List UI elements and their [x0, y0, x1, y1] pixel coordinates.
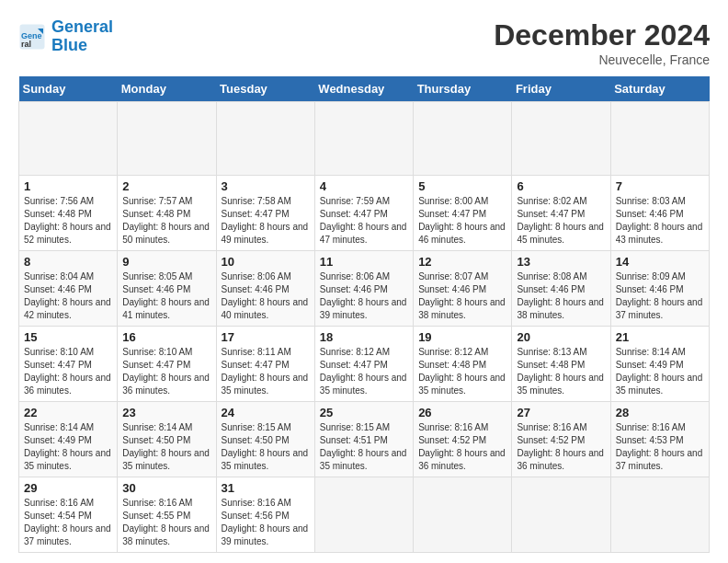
day-number: 6 [517, 179, 605, 193]
day-number: 27 [517, 406, 605, 419]
calendar-header-row: Sunday Monday Tuesday Wednesday Thursday… [19, 76, 710, 102]
day-info: Sunrise: 8:15 AMSunset: 4:50 PMDaylight:… [222, 422, 309, 471]
day-number: 16 [122, 330, 210, 344]
calendar-cell: 24 Sunrise: 8:15 AMSunset: 4:50 PMDaylig… [216, 402, 314, 477]
day-info: Sunrise: 7:56 AMSunset: 4:48 PMDaylight:… [24, 196, 111, 245]
calendar-cell: 27 Sunrise: 8:16 AMSunset: 4:52 PMDaylig… [512, 402, 610, 477]
calendar-cell: 3 Sunrise: 7:58 AMSunset: 4:47 PMDayligh… [216, 176, 314, 251]
calendar-cell: 7 Sunrise: 8:03 AMSunset: 4:46 PMDayligh… [610, 176, 709, 251]
calendar-cell: 9 Sunrise: 8:05 AMSunset: 4:46 PMDayligh… [118, 251, 216, 327]
calendar-body: 1 Sunrise: 7:56 AMSunset: 4:48 PMDayligh… [19, 102, 710, 553]
calendar-table: Sunday Monday Tuesday Wednesday Thursday… [18, 76, 710, 553]
calendar-row: 1 Sunrise: 7:56 AMSunset: 4:48 PMDayligh… [19, 176, 710, 251]
calendar-cell [314, 102, 413, 176]
day-number: 28 [616, 406, 704, 419]
calendar-cell [610, 477, 709, 553]
calendar-row: 8 Sunrise: 8:04 AMSunset: 4:46 PMDayligh… [19, 251, 710, 327]
day-info: Sunrise: 7:59 AMSunset: 4:47 PMDaylight:… [320, 196, 407, 245]
logo-line1: General [51, 17, 113, 36]
day-info: Sunrise: 8:06 AMSunset: 4:46 PMDaylight:… [320, 271, 407, 320]
calendar-cell: 4 Sunrise: 7:59 AMSunset: 4:47 PMDayligh… [314, 176, 413, 251]
calendar-cell [314, 477, 413, 553]
calendar-row: 22 Sunrise: 8:14 AMSunset: 4:49 PMDaylig… [19, 402, 710, 477]
day-info: Sunrise: 8:16 AMSunset: 4:52 PMDaylight:… [418, 422, 506, 471]
day-info: Sunrise: 8:16 AMSunset: 4:52 PMDaylight:… [517, 422, 604, 471]
day-info: Sunrise: 8:03 AMSunset: 4:46 PMDaylight:… [616, 196, 703, 245]
logo-icon: Gene ral [18, 23, 46, 51]
col-thursday: Thursday [414, 76, 512, 102]
col-sunday: Sunday [19, 76, 118, 102]
day-number: 9 [122, 255, 210, 269]
day-number: 8 [24, 255, 112, 269]
day-number: 22 [24, 406, 112, 419]
day-info: Sunrise: 8:16 AMSunset: 4:54 PMDaylight:… [24, 498, 111, 546]
calendar-cell: 10 Sunrise: 8:06 AMSunset: 4:46 PMDaylig… [216, 251, 314, 327]
calendar-cell [610, 102, 709, 176]
calendar-cell: 6 Sunrise: 8:02 AMSunset: 4:47 PMDayligh… [512, 176, 610, 251]
calendar-cell: 16 Sunrise: 8:10 AMSunset: 4:47 PMDaylig… [118, 327, 216, 402]
col-tuesday: Tuesday [216, 76, 314, 102]
day-info: Sunrise: 7:58 AMSunset: 4:47 PMDaylight:… [222, 196, 309, 245]
calendar-cell [512, 102, 610, 176]
calendar-row: 15 Sunrise: 8:10 AMSunset: 4:47 PMDaylig… [19, 327, 710, 402]
calendar-cell: 19 Sunrise: 8:12 AMSunset: 4:48 PMDaylig… [414, 327, 512, 402]
subtitle: Neuvecelle, France [494, 52, 710, 67]
calendar-cell: 26 Sunrise: 8:16 AMSunset: 4:52 PMDaylig… [414, 402, 512, 477]
day-info: Sunrise: 8:16 AMSunset: 4:55 PMDaylight:… [122, 498, 210, 546]
logo-line2: Blue [51, 36, 87, 54]
calendar-cell [19, 102, 118, 176]
day-info: Sunrise: 8:09 AMSunset: 4:46 PMDaylight:… [616, 271, 703, 320]
calendar-cell [414, 477, 512, 553]
day-number: 1 [24, 179, 112, 193]
day-info: Sunrise: 7:57 AMSunset: 4:48 PMDaylight:… [122, 196, 210, 245]
day-info: Sunrise: 8:16 AMSunset: 4:53 PMDaylight:… [616, 422, 703, 471]
day-number: 19 [418, 330, 506, 344]
day-info: Sunrise: 8:14 AMSunset: 4:49 PMDaylight:… [616, 347, 703, 396]
col-wednesday: Wednesday [314, 76, 413, 102]
calendar-cell: 22 Sunrise: 8:14 AMSunset: 4:49 PMDaylig… [19, 402, 118, 477]
day-info: Sunrise: 8:15 AMSunset: 4:51 PMDaylight:… [320, 422, 407, 471]
day-info: Sunrise: 8:13 AMSunset: 4:48 PMDaylight:… [517, 347, 604, 396]
day-info: Sunrise: 8:12 AMSunset: 4:48 PMDaylight:… [418, 347, 506, 396]
calendar-cell: 15 Sunrise: 8:10 AMSunset: 4:47 PMDaylig… [19, 327, 118, 402]
day-info: Sunrise: 8:02 AMSunset: 4:47 PMDaylight:… [517, 196, 604, 245]
day-number: 31 [222, 481, 310, 495]
calendar-cell: 30 Sunrise: 8:16 AMSunset: 4:55 PMDaylig… [118, 477, 216, 553]
calendar-cell: 11 Sunrise: 8:06 AMSunset: 4:46 PMDaylig… [314, 251, 413, 327]
day-number: 4 [320, 179, 408, 193]
day-number: 18 [320, 330, 408, 344]
day-info: Sunrise: 8:04 AMSunset: 4:46 PMDaylight:… [24, 271, 111, 320]
calendar-cell: 13 Sunrise: 8:08 AMSunset: 4:46 PMDaylig… [512, 251, 610, 327]
day-number: 2 [122, 179, 210, 193]
day-number: 3 [222, 179, 310, 193]
day-info: Sunrise: 8:11 AMSunset: 4:47 PMDaylight:… [222, 347, 309, 396]
calendar-cell: 21 Sunrise: 8:14 AMSunset: 4:49 PMDaylig… [610, 327, 709, 402]
calendar-cell: 12 Sunrise: 8:07 AMSunset: 4:46 PMDaylig… [414, 251, 512, 327]
calendar-cell: 29 Sunrise: 8:16 AMSunset: 4:54 PMDaylig… [19, 477, 118, 553]
day-number: 21 [616, 330, 704, 344]
calendar-cell [414, 102, 512, 176]
calendar-row: 29 Sunrise: 8:16 AMSunset: 4:54 PMDaylig… [19, 477, 710, 553]
calendar-cell: 14 Sunrise: 8:09 AMSunset: 4:46 PMDaylig… [610, 251, 709, 327]
calendar-cell: 23 Sunrise: 8:14 AMSunset: 4:50 PMDaylig… [118, 402, 216, 477]
calendar-cell: 25 Sunrise: 8:15 AMSunset: 4:51 PMDaylig… [314, 402, 413, 477]
col-saturday: Saturday [610, 76, 709, 102]
calendar-cell: 1 Sunrise: 7:56 AMSunset: 4:48 PMDayligh… [19, 176, 118, 251]
calendar-cell: 8 Sunrise: 8:04 AMSunset: 4:46 PMDayligh… [19, 251, 118, 327]
logo: Gene ral General Blue [18, 18, 113, 55]
day-number: 7 [616, 179, 704, 193]
day-number: 15 [24, 330, 112, 344]
day-info: Sunrise: 8:00 AMSunset: 4:47 PMDaylight:… [418, 196, 506, 245]
day-info: Sunrise: 8:16 AMSunset: 4:56 PMDaylight:… [222, 498, 309, 546]
day-info: Sunrise: 8:12 AMSunset: 4:47 PMDaylight:… [320, 347, 407, 396]
day-info: Sunrise: 8:07 AMSunset: 4:46 PMDaylight:… [418, 271, 506, 320]
day-number: 30 [122, 481, 210, 495]
svg-text:ral: ral [21, 39, 31, 48]
day-number: 25 [320, 406, 408, 419]
calendar-row [19, 102, 710, 176]
day-info: Sunrise: 8:10 AMSunset: 4:47 PMDaylight:… [122, 347, 210, 396]
day-number: 29 [24, 481, 112, 495]
calendar-cell: 18 Sunrise: 8:12 AMSunset: 4:47 PMDaylig… [314, 327, 413, 402]
day-info: Sunrise: 8:10 AMSunset: 4:47 PMDaylight:… [24, 347, 111, 396]
day-number: 24 [222, 406, 310, 419]
